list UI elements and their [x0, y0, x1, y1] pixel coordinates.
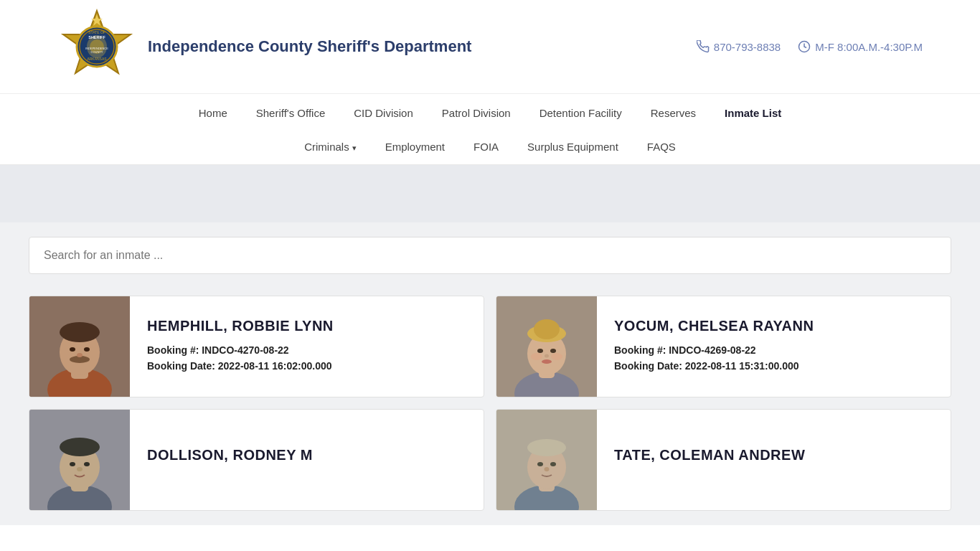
svg-point-31	[542, 359, 552, 364]
inmate-booking-number: Booking #: INDCO-4270-08-22	[147, 344, 334, 356]
svg-text:STATE OF: STATE OF	[88, 30, 105, 34]
inmate-photo	[496, 410, 597, 510]
primary-nav: Home Sheriff's Office CID Division Patro…	[29, 94, 951, 132]
nav-link-home[interactable]: Home	[184, 94, 242, 132]
svg-point-49	[545, 467, 550, 471]
svg-point-30	[545, 354, 549, 358]
svg-point-19	[84, 347, 90, 352]
nav-item-reserves[interactable]: Reserves	[636, 94, 710, 132]
inmate-name: TATE, COLEMAN ANDREW	[614, 447, 805, 463]
banner-area	[0, 165, 980, 222]
nav-link-cid-division[interactable]: CID Division	[339, 94, 428, 132]
nav-link-employment[interactable]: Employment	[371, 132, 459, 161]
site-title: Independence County Sheriff's Department	[148, 37, 471, 56]
inmate-photo	[29, 410, 130, 510]
mugshot-image	[496, 296, 597, 397]
nav-link-detention-facility[interactable]: Detention Facility	[525, 94, 636, 132]
inmate-card[interactable]: DOLLISON, RODNEY M	[29, 409, 484, 511]
inmate-card[interactable]: HEMPHILL, ROBBIE LYNN Booking #: INDCO-4…	[29, 296, 484, 397]
inmate-list: HEMPHILL, ROBBIE LYNN Booking #: INDCO-4…	[0, 288, 980, 525]
svg-point-33	[551, 353, 562, 360]
inmate-name: HEMPHILL, ROBBIE LYNN	[147, 318, 334, 334]
hours-contact: M-F 8:00A.M.-4:30P.M	[798, 40, 923, 53]
nav-link-criminals[interactable]: Criminals▾	[290, 132, 371, 161]
nav-link-reserves[interactable]: Reserves	[636, 94, 710, 132]
nav-item-sheriffs-office[interactable]: Sheriff's Office	[242, 94, 340, 132]
nav-item-inmate-list[interactable]: Inmate List	[710, 94, 796, 132]
svg-point-48	[550, 462, 556, 466]
dropdown-arrow-icon: ▾	[352, 143, 357, 152]
phone-icon	[697, 40, 710, 53]
sheriff-badge-icon: STATE OF ARKANSAS SHERIFF INDEPENDENCE C…	[57, 7, 136, 86]
phone-number[interactable]: 870-793-8838	[714, 41, 781, 53]
nav-item-surplus[interactable]: Surplus Equipment	[513, 132, 633, 161]
nav-link-patrol-division[interactable]: Patrol Division	[428, 94, 525, 132]
mugshot-image	[29, 410, 130, 510]
main-nav: Home Sheriff's Office CID Division Patro…	[0, 94, 980, 165]
inmate-name: DOLLISON, RODNEY M	[147, 447, 313, 463]
inmate-photo	[496, 296, 597, 397]
svg-point-46	[527, 439, 566, 456]
svg-point-18	[70, 347, 75, 352]
inmate-search-input[interactable]	[29, 237, 951, 274]
mugshot-image	[29, 296, 130, 397]
svg-point-32	[531, 353, 542, 360]
nav-item-patrol-division[interactable]: Patrol Division	[428, 94, 525, 132]
svg-point-39	[70, 462, 75, 466]
nav-link-sheriffs-office[interactable]: Sheriff's Office	[242, 94, 340, 132]
svg-point-17	[60, 322, 100, 342]
inmate-card[interactable]: YOCUM, CHELSEA RAYANN Booking #: INDCO-4…	[496, 296, 951, 397]
secondary-nav: Criminals▾ Employment FOIA Surplus Equip…	[29, 132, 951, 164]
nav-item-foia[interactable]: FOIA	[459, 132, 513, 161]
inmate-info: DOLLISON, RODNEY M	[130, 410, 330, 510]
inmate-booking-date: Booking Date: 2022-08-11 15:31:00.000	[614, 360, 814, 372]
svg-point-21	[77, 353, 83, 357]
nav-item-employment[interactable]: Employment	[371, 132, 459, 161]
inmate-info: HEMPHILL, ROBBIE LYNN Booking #: INDCO-4…	[130, 296, 351, 397]
search-section	[0, 222, 980, 288]
nav-item-home[interactable]: Home	[184, 94, 242, 132]
inmate-booking-number: Booking #: INDCO-4269-08-22	[614, 344, 814, 356]
svg-point-38	[60, 438, 100, 456]
svg-text:SHERIFF: SHERIFF	[88, 35, 105, 39]
phone-contact[interactable]: 870-793-8838	[697, 40, 781, 53]
svg-point-28	[537, 349, 543, 353]
header-left: STATE OF ARKANSAS SHERIFF INDEPENDENCE C…	[57, 7, 471, 86]
nav-link-inmate-list[interactable]: Inmate List	[710, 94, 796, 132]
inmate-info: YOCUM, CHELSEA RAYANN Booking #: INDCO-4…	[597, 296, 831, 397]
nav-item-cid-division[interactable]: CID Division	[339, 94, 428, 132]
svg-point-27	[534, 319, 560, 339]
inmate-photo	[29, 296, 130, 397]
header-contact: 870-793-8838 M-F 8:00A.M.-4:30P.M	[697, 40, 923, 53]
inmate-name: YOCUM, CHELSEA RAYANN	[614, 318, 814, 334]
nav-item-faqs[interactable]: FAQS	[633, 132, 690, 161]
site-header: STATE OF ARKANSAS SHERIFF INDEPENDENCE C…	[0, 0, 980, 94]
nav-item-detention-facility[interactable]: Detention Facility	[525, 94, 636, 132]
inmate-card[interactable]: TATE, COLEMAN ANDREW	[496, 409, 951, 511]
mugshot-image	[496, 410, 597, 510]
nav-link-faqs[interactable]: FAQS	[633, 132, 690, 161]
svg-text:COUNTY: COUNTY	[91, 50, 103, 54]
office-hours: M-F 8:00A.M.-4:30P.M	[815, 41, 923, 53]
nav-item-criminals[interactable]: Criminals▾	[290, 132, 371, 161]
svg-point-47	[537, 462, 543, 466]
inmate-info: TATE, COLEMAN ANDREW	[597, 410, 822, 510]
clock-icon	[798, 40, 811, 53]
svg-point-40	[84, 462, 90, 466]
inmate-booking-date: Booking Date: 2022-08-11 16:02:00.000	[147, 360, 334, 372]
nav-link-surplus[interactable]: Surplus Equipment	[513, 132, 633, 161]
svg-point-29	[550, 349, 556, 353]
nav-link-foia[interactable]: FOIA	[459, 132, 513, 161]
svg-point-41	[77, 467, 83, 471]
